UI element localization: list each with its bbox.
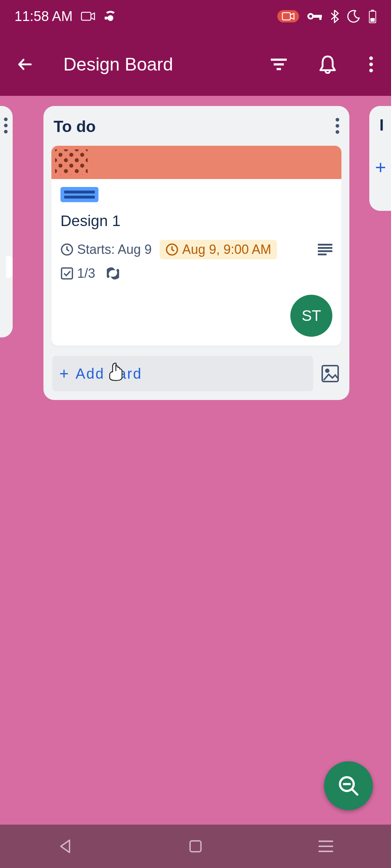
svg-point-1 xyxy=(108,15,113,21)
svg-rect-2 xyxy=(105,17,108,20)
list-footer: + Add card xyxy=(43,353,349,393)
svg-point-17 xyxy=(4,118,8,121)
card-members: ST xyxy=(60,288,332,337)
card-cover xyxy=(51,146,341,179)
status-bar: 11:58 AM xyxy=(0,0,391,33)
svg-rect-38 xyxy=(319,851,333,852)
due-date-badge: Aug 9, 9:00 AM xyxy=(160,240,277,259)
status-time: 11:58 AM xyxy=(14,9,73,24)
hotspot-icon xyxy=(103,10,118,22)
add-card-button[interactable]: + Add card xyxy=(52,356,313,391)
checklist-count: 1/3 xyxy=(77,266,95,281)
svg-rect-25 xyxy=(318,244,332,246)
app-bar: Design Board xyxy=(0,33,391,96)
status-left: 11:58 AM xyxy=(14,9,118,24)
svg-rect-36 xyxy=(319,841,333,842)
svg-rect-0 xyxy=(81,12,91,20)
list-todo[interactable]: To do Design 1 Starts: Aug 9 Aug 9, 9:00… xyxy=(43,106,349,400)
svg-rect-11 xyxy=(271,59,287,61)
repeat-icon xyxy=(107,267,119,280)
svg-rect-12 xyxy=(274,63,284,65)
board-menu-button[interactable] xyxy=(362,50,380,79)
svg-rect-29 xyxy=(62,268,72,279)
svg-point-16 xyxy=(369,69,373,72)
add-card-label: Add card xyxy=(76,366,142,382)
add-image-button[interactable] xyxy=(320,363,341,384)
nav-home-button[interactable] xyxy=(174,835,217,857)
list-title[interactable]: To do xyxy=(54,118,96,136)
card-label-chip xyxy=(60,187,98,202)
list-menu-icon[interactable] xyxy=(4,118,8,135)
battery-icon xyxy=(369,9,377,23)
svg-rect-13 xyxy=(277,68,281,70)
description-icon xyxy=(318,244,332,255)
list-header: To do xyxy=(43,113,349,146)
system-nav-bar xyxy=(0,825,391,868)
checklist-icon xyxy=(60,267,73,280)
start-date-text: Starts: Aug 9 xyxy=(77,242,152,257)
card-badges-row-1: Starts: Aug 9 Aug 9, 9:00 AM xyxy=(60,240,332,259)
dnd-moon-icon xyxy=(347,9,361,23)
svg-point-20 xyxy=(336,118,339,122)
svg-rect-37 xyxy=(319,846,333,847)
filter-button[interactable] xyxy=(264,50,293,79)
list-title-partial: I xyxy=(379,116,384,134)
svg-rect-27 xyxy=(318,250,332,252)
svg-point-18 xyxy=(4,124,8,127)
member-avatar: ST xyxy=(290,295,332,337)
svg-rect-28 xyxy=(318,254,327,255)
svg-rect-26 xyxy=(318,247,332,249)
add-card-partial[interactable]: + xyxy=(375,157,386,178)
card-title: Design 1 xyxy=(60,212,332,230)
nav-back-button[interactable] xyxy=(43,835,87,857)
description-badge xyxy=(318,244,332,255)
svg-rect-10 xyxy=(370,18,375,22)
svg-rect-3 xyxy=(282,13,290,20)
image-icon xyxy=(321,364,340,383)
clock-icon xyxy=(165,243,178,256)
repeat-badge xyxy=(107,267,119,280)
camera-icon xyxy=(81,11,95,22)
due-date-text: Aug 9, 9:00 AM xyxy=(182,242,271,257)
svg-rect-35 xyxy=(190,841,201,852)
svg-point-15 xyxy=(369,63,373,66)
back-button[interactable] xyxy=(11,50,40,79)
svg-point-5 xyxy=(309,15,312,18)
svg-rect-7 xyxy=(319,15,321,20)
status-right xyxy=(277,9,377,23)
svg-point-31 xyxy=(326,369,329,372)
card-design-1[interactable]: Design 1 Starts: Aug 9 Aug 9, 9:00 AM xyxy=(51,146,341,346)
notifications-button[interactable] xyxy=(313,50,342,79)
card-body: Design 1 Starts: Aug 9 Aug 9, 9:00 AM xyxy=(51,179,341,346)
nav-recents-button[interactable] xyxy=(304,835,348,857)
zoom-out-icon xyxy=(337,774,360,797)
list-previous-partial[interactable] xyxy=(0,106,13,337)
svg-point-14 xyxy=(369,56,373,60)
start-date-badge: Starts: Aug 9 xyxy=(60,242,152,257)
card-badges-row-2: 1/3 xyxy=(60,266,332,281)
svg-point-22 xyxy=(336,130,339,134)
bluetooth-icon xyxy=(330,9,339,23)
list-next-partial[interactable]: I + xyxy=(369,106,391,211)
card-partial[interactable] xyxy=(6,256,13,278)
board-canvas[interactable]: To do Design 1 Starts: Aug 9 Aug 9, 9:00… xyxy=(0,96,391,825)
clock-icon xyxy=(60,243,73,256)
plus-icon: + xyxy=(59,365,70,383)
svg-rect-9 xyxy=(371,10,374,11)
list-menu-button[interactable] xyxy=(336,118,339,135)
svg-point-21 xyxy=(336,124,339,128)
svg-line-33 xyxy=(352,789,357,795)
vpn-key-icon xyxy=(307,12,322,21)
checklist-badge: 1/3 xyxy=(60,266,95,281)
svg-point-19 xyxy=(4,130,8,133)
zoom-fab[interactable] xyxy=(324,761,373,810)
board-title[interactable]: Design Board xyxy=(63,54,244,75)
recording-icon xyxy=(277,10,299,22)
